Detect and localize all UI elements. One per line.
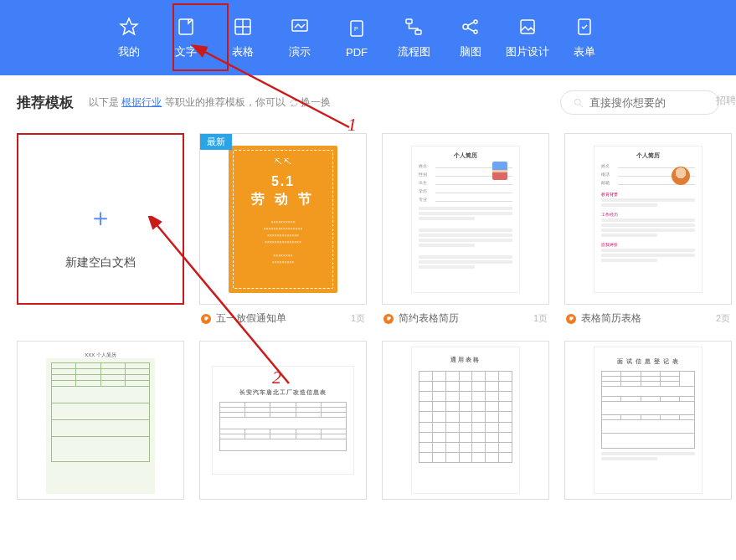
search-input[interactable] — [589, 96, 707, 109]
new-blank-doc[interactable]: ＋ 新建空白文档 — [17, 133, 184, 305]
plus-icon: ＋ — [88, 201, 113, 235]
template-thumb[interactable]: 通用表格 — [382, 341, 549, 500]
doc-type-icon — [383, 314, 394, 324]
industry-link[interactable]: 根据行业 — [121, 96, 162, 108]
green-resume-preview: XXX 个人简历 — [46, 347, 155, 494]
resume-preview: 个人简历 姓名 性别 出生 学历 专业 — [411, 146, 520, 293]
svg-point-11 — [474, 20, 477, 23]
labor-day-doc-preview: ⛏ ⛏ 5.1 劳 动 节 ××××××××××××××××××××××××××… — [229, 146, 337, 293]
new-doc-label: 新建空白文档 — [65, 255, 136, 270]
template-thumb[interactable]: 长安汽车唐北工厂改造信息表 — [199, 341, 367, 500]
general-table-preview: 通用表格 — [411, 347, 520, 494]
nav-label: 流程图 — [398, 44, 430, 59]
resume-preview-2: 个人简历 姓名 电话 邮箱 教育背景 工作经历 自我评价 — [594, 146, 703, 293]
doc-type-icon — [566, 314, 576, 324]
template-meta: 简约表格简历 1页 — [382, 305, 549, 326]
template-card: XXX 个人简历 — [17, 341, 184, 500]
nav-mindmap[interactable]: 脑图 — [442, 0, 499, 75]
template-title: 简约表格简历 — [399, 311, 459, 326]
search-box[interactable] — [560, 90, 719, 115]
svg-rect-8 — [406, 19, 412, 23]
svg-rect-15 — [521, 20, 534, 33]
nav-label: PDF — [346, 46, 368, 59]
svg-point-12 — [474, 30, 477, 33]
svg-marker-0 — [121, 18, 137, 34]
template-card: 面 试 信 息 登 记 表 — [564, 341, 732, 500]
section-title: 推荐模板 — [17, 93, 74, 112]
doc-text-icon — [175, 16, 197, 38]
nav-sheet[interactable]: 表格 — [214, 0, 271, 75]
template-meta: 表格简历表格 2页 — [564, 305, 732, 326]
nav-pdf[interactable]: P PDF — [328, 0, 385, 75]
pdf-icon: P — [346, 18, 368, 39]
template-card: ＋ 新建空白文档 — [17, 133, 184, 326]
template-grid: ＋ 新建空白文档 最新 ⛏ ⛏ 5.1 劳 动 节 ××××××××××××××… — [0, 123, 736, 500]
presentation-icon — [289, 16, 311, 38]
template-meta: 五一放假通知单 1页 — [199, 305, 367, 326]
svg-line-13 — [468, 23, 475, 26]
nav-label: 图片设计 — [506, 44, 549, 59]
svg-point-17 — [574, 99, 580, 105]
nav-my[interactable]: 我的 — [100, 0, 157, 75]
nav-label: 文字 — [175, 44, 197, 59]
template-pages: 1页 — [533, 312, 548, 325]
section-note: 以下是 根据行业 等职业的推荐模板，你可以 — [89, 95, 286, 110]
flowchart-icon — [403, 16, 425, 38]
svg-line-18 — [580, 104, 584, 107]
template-card: 最新 ⛏ ⛏ 5.1 劳 动 节 ×××××××××××××××××××××××… — [199, 133, 367, 326]
side-text: 招聘 — [716, 94, 736, 108]
nav-text[interactable]: 文字 — [157, 0, 214, 75]
search-icon — [573, 97, 584, 109]
badge-new: 最新 — [200, 134, 232, 150]
nav-label: 表格 — [232, 44, 254, 59]
star-icon — [118, 16, 140, 38]
template-title: 表格简历表格 — [581, 311, 641, 326]
factory-table-preview: 长安汽车唐北工厂改造信息表 — [212, 366, 354, 475]
mindmap-icon — [460, 16, 481, 38]
nav-label: 演示 — [289, 44, 311, 59]
template-thumb[interactable]: 个人简历 姓名 电话 邮箱 教育背景 工作经历 自我评价 — [564, 133, 732, 305]
template-thumb[interactable]: 最新 ⛏ ⛏ 5.1 劳 动 节 ×××××××××××××××××××××××… — [199, 133, 367, 305]
nav-label: 我的 — [118, 44, 140, 59]
interview-form-preview: 面 试 信 息 登 记 表 — [594, 347, 703, 494]
template-card: 通用表格 — [382, 341, 549, 500]
top-nav-bar: 我的 文字 表格 演示 P PDF 流程图 脑图 — [0, 0, 736, 75]
template-card: 个人简历 姓名 性别 出生 学历 专业 — [382, 133, 549, 326]
image-icon — [517, 16, 538, 38]
template-card: 个人简历 姓名 电话 邮箱 教育背景 工作经历 自我评价 表格简历表格 2页 — [564, 133, 732, 326]
nav-form[interactable]: 表单 — [556, 0, 613, 75]
svg-point-10 — [463, 24, 468, 29]
template-thumb[interactable]: XXX 个人简历 — [17, 341, 184, 500]
nav-image-design[interactable]: 图片设计 — [499, 0, 556, 75]
nav-slides[interactable]: 演示 — [271, 0, 328, 75]
form-icon — [574, 16, 595, 38]
svg-line-14 — [468, 28, 475, 32]
annotation-number-1: 1 — [347, 114, 357, 136]
annotation-number-2: 2 — [272, 367, 281, 388]
nav-label: 脑图 — [460, 44, 481, 59]
template-card: 长安汽车唐北工厂改造信息表 — [199, 341, 367, 500]
template-pages: 2页 — [716, 312, 730, 325]
refresh-button[interactable]: 换一换 — [289, 95, 331, 110]
template-thumb[interactable]: 个人简历 姓名 性别 出生 学历 专业 — [382, 133, 549, 305]
sheet-icon — [232, 16, 254, 38]
subheader-bar: 推荐模板 以下是 根据行业 等职业的推荐模板，你可以 换一换 招聘 — [0, 75, 736, 123]
svg-text:P: P — [354, 26, 358, 32]
svg-rect-9 — [415, 30, 421, 34]
template-thumb[interactable]: 面 试 信 息 登 记 表 — [564, 341, 732, 500]
refresh-icon — [289, 98, 299, 108]
doc-type-icon — [201, 314, 211, 324]
template-pages: 1页 — [351, 312, 365, 325]
template-title: 五一放假通知单 — [216, 311, 286, 326]
nav-flowchart[interactable]: 流程图 — [385, 0, 442, 75]
nav-label: 表单 — [574, 44, 595, 59]
